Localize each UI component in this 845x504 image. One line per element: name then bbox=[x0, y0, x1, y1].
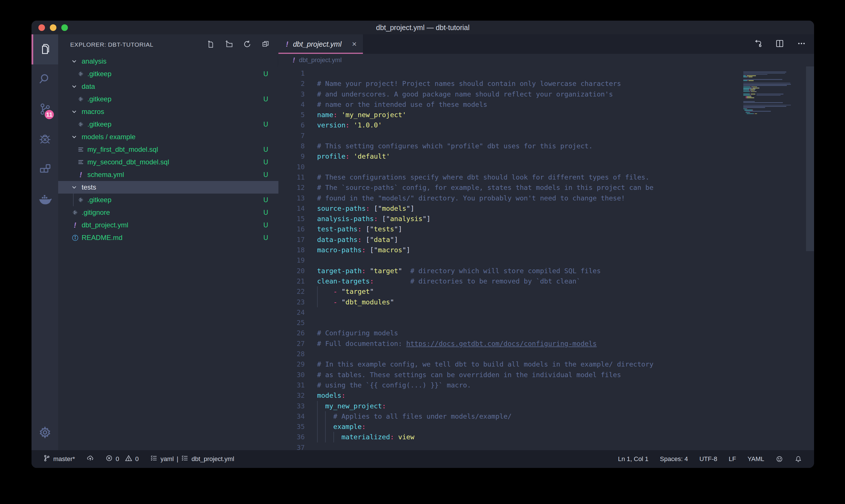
language-mode[interactable]: YAML bbox=[748, 455, 764, 463]
activity-bar: 11 bbox=[32, 34, 58, 450]
git-untracked-badge: U bbox=[263, 95, 268, 103]
activity-search[interactable] bbox=[32, 65, 58, 94]
sync-changes-button[interactable] bbox=[87, 454, 94, 464]
tree-file--gitignore[interactable]: .gitignoreU bbox=[58, 206, 278, 219]
notifications-bell-icon[interactable] bbox=[795, 455, 802, 463]
git-untracked-badge: U bbox=[263, 121, 268, 128]
tree-item-label: .gitignore bbox=[82, 209, 263, 216]
code-line-9: 9profile: 'default' bbox=[278, 151, 742, 162]
minimap[interactable] bbox=[743, 70, 805, 114]
activity-debug[interactable] bbox=[32, 125, 58, 155]
refresh-icon[interactable] bbox=[243, 40, 251, 50]
problems-status[interactable]: 0 0 bbox=[105, 454, 139, 464]
tree-file-schema-yml[interactable]: !schema.ymlU bbox=[58, 168, 278, 181]
code-line-31: 31# using the `{{ config(...) }}` macro. bbox=[278, 380, 742, 390]
close-tab-icon[interactable]: × bbox=[352, 39, 357, 49]
explorer-header-title: EXPLORER: DBT-TUTORIAL bbox=[70, 41, 206, 48]
activity-docker[interactable] bbox=[32, 185, 58, 215]
vscode-window: dbt_project.yml — dbt-tutorial bbox=[32, 21, 814, 468]
tree-folder-data[interactable]: data bbox=[58, 80, 278, 93]
code-line-36: 36 materialized: view bbox=[278, 432, 742, 442]
tree-file--gitkeep[interactable]: .gitkeepU bbox=[58, 93, 278, 105]
git-untracked-badge: U bbox=[263, 158, 268, 166]
code-line-30: 30# as tables. These settings can be ove… bbox=[278, 370, 742, 380]
indentation-setting[interactable]: Spaces: 4 bbox=[660, 455, 688, 463]
code-line-12: 12# The `source-paths` config, for examp… bbox=[278, 182, 742, 193]
activity-extensions[interactable] bbox=[32, 155, 58, 185]
tree-file-readme-md[interactable]: README.mdU bbox=[58, 231, 278, 244]
code-editor[interactable]: 12# Name your project! Project names sho… bbox=[278, 67, 814, 450]
docker-whale-icon bbox=[38, 193, 52, 207]
open-changes-icon[interactable] bbox=[753, 39, 762, 49]
line-number: 35 bbox=[278, 421, 305, 432]
code-line-32: 32models: bbox=[278, 390, 742, 401]
tree-file--gitkeep[interactable]: .gitkeepU bbox=[58, 68, 278, 80]
chevron-down-icon bbox=[70, 57, 78, 65]
code-line-20: 20target-path: "target" # directory whic… bbox=[278, 266, 742, 276]
tree-file--gitkeep[interactable]: .gitkeepU bbox=[58, 194, 278, 206]
line-number: 2 bbox=[278, 78, 305, 89]
eol-setting[interactable]: LF bbox=[729, 455, 736, 463]
git-branch-status[interactable]: master* bbox=[43, 454, 75, 464]
line-number: 25 bbox=[278, 318, 305, 328]
collapse-folders-icon[interactable] bbox=[261, 40, 270, 50]
tree-item-label: .gitkeep bbox=[87, 95, 263, 103]
line-number: 3 bbox=[278, 89, 305, 100]
cloud-upload-icon bbox=[87, 454, 94, 464]
new-file-icon[interactable] bbox=[206, 40, 215, 50]
yaml-file-icon: ! bbox=[71, 221, 79, 229]
git-file-icon bbox=[77, 121, 85, 128]
line-number: 9 bbox=[278, 151, 305, 162]
tree-file-dbt-project-yml[interactable]: !dbt_project.ymlU bbox=[58, 219, 278, 231]
tree-folder-tests[interactable]: tests bbox=[58, 181, 278, 194]
warning-count: 0 bbox=[135, 455, 139, 463]
info-file-icon bbox=[71, 234, 79, 241]
editor-scrollbar[interactable] bbox=[806, 67, 814, 251]
new-folder-icon[interactable] bbox=[224, 40, 233, 50]
tree-folder-macros[interactable]: macros bbox=[58, 105, 278, 118]
tree-item-label: my_first_dbt_model.sql bbox=[87, 145, 263, 154]
tree-folder-models-example[interactable]: models / example bbox=[58, 130, 278, 143]
git-file-icon bbox=[77, 95, 85, 103]
tree-file-my-first-dbt-model-sql[interactable]: my_first_dbt_model.sqlU bbox=[58, 143, 278, 156]
cursor-position[interactable]: Ln 1, Col 1 bbox=[618, 455, 648, 463]
extensions-icon bbox=[38, 163, 52, 177]
activity-settings[interactable] bbox=[32, 416, 58, 450]
checklist-icon bbox=[150, 454, 158, 464]
code-line-17: 17data-paths: ["data"] bbox=[278, 235, 742, 245]
activity-explorer[interactable] bbox=[32, 34, 58, 65]
code-line-34: 34 # Applies to all files under models/e… bbox=[278, 411, 742, 421]
code-line-33: 33 my_new_project: bbox=[278, 401, 742, 411]
tree-file--gitkeep[interactable]: .gitkeepU bbox=[58, 118, 278, 130]
tree-item-label: tests bbox=[82, 183, 268, 191]
bug-icon bbox=[38, 132, 52, 147]
activity-source-control[interactable]: 11 bbox=[32, 94, 58, 125]
line-number: 10 bbox=[278, 162, 305, 172]
more-actions-icon[interactable] bbox=[797, 39, 806, 49]
file-tree: analysis.gitkeepUdata.gitkeepUmacros.git… bbox=[58, 55, 278, 450]
split-editor-icon[interactable] bbox=[775, 39, 784, 49]
selector-language: yaml bbox=[160, 455, 174, 463]
code-line-21: 21clean-targets: # directories to be rem… bbox=[278, 276, 742, 286]
breadcrumb[interactable]: ! dbt_project.yml bbox=[278, 54, 814, 67]
chevron-down-icon bbox=[70, 183, 78, 191]
code-line-1: 1 bbox=[278, 68, 742, 78]
tree-file-my-second-dbt-model-sql[interactable]: my_second_dbt_model.sqlU bbox=[58, 156, 278, 168]
code-line-18: 18macro-paths: ["macros"] bbox=[278, 245, 742, 255]
line-number: 22 bbox=[278, 286, 305, 297]
line-number: 34 bbox=[278, 411, 305, 421]
tree-item-label: .gitkeep bbox=[87, 70, 263, 78]
code-line-11: 11# These configurations specify where d… bbox=[278, 172, 742, 182]
file-language-selector[interactable]: yaml | dbt_project.yml bbox=[150, 454, 234, 464]
encoding-setting[interactable]: UTF-8 bbox=[700, 455, 717, 463]
git-untracked-badge: U bbox=[263, 171, 268, 179]
error-count: 0 bbox=[116, 455, 119, 463]
tab-dbt-project-yml[interactable]: ! dbt_project.yml × bbox=[278, 34, 363, 54]
feedback-smiley-icon[interactable] bbox=[776, 455, 783, 463]
line-number: 11 bbox=[278, 172, 305, 182]
tree-folder-analysis[interactable]: analysis bbox=[58, 55, 278, 68]
tree-item-label: .gitkeep bbox=[87, 120, 263, 128]
code-line-35: 35 example: bbox=[278, 421, 742, 432]
checklist-icon bbox=[181, 454, 188, 464]
git-untracked-badge: U bbox=[263, 70, 268, 78]
